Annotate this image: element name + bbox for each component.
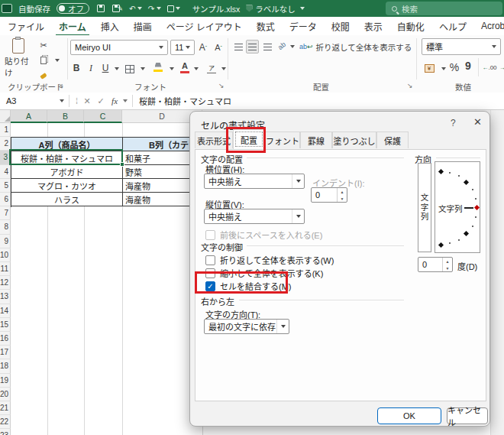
- row-header-7[interactable]: 7: [0, 206, 11, 220]
- fill-handle[interactable]: [120, 162, 124, 167]
- row-header-17[interactable]: 17: [0, 346, 11, 359]
- ribbon-tab-データ[interactable]: データ: [289, 20, 317, 33]
- row-header-16[interactable]: 16: [0, 332, 11, 346]
- cut-icon[interactable]: ✂: [37, 40, 50, 50]
- row-header-9[interactable]: 9: [0, 235, 11, 248]
- percent-style-button[interactable]: %: [447, 60, 461, 75]
- select-all-corner[interactable]: [0, 110, 11, 123]
- text-direction-select[interactable]: 最初の文字に依存: [204, 319, 289, 334]
- degrees-spinner[interactable]: 0▲▼: [418, 257, 453, 272]
- save-icon[interactable]: [95, 2, 106, 15]
- row-header-23[interactable]: 23: [0, 429, 11, 435]
- row-header-1[interactable]: 1: [0, 123, 11, 137]
- copy-icon[interactable]: [37, 55, 50, 66]
- excel-app-icon[interactable]: [2, 4, 12, 13]
- row-header-5[interactable]: 5: [0, 179, 11, 193]
- borders-button[interactable]: [124, 63, 136, 75]
- font-name-select[interactable]: Meiryo UI: [70, 40, 168, 55]
- column-header-B[interactable]: B: [47, 110, 84, 123]
- cell-A6-merged[interactable]: ハラス: [11, 193, 123, 206]
- ribbon-tab-ファイル[interactable]: ファイル: [8, 20, 44, 33]
- cell-A5-merged[interactable]: マグロ・カツオ: [11, 179, 123, 193]
- redo-icon[interactable]: ↷: [148, 2, 161, 15]
- cancel-entry-icon[interactable]: ✕: [80, 96, 94, 106]
- insert-function-icon[interactable]: fx: [108, 96, 121, 106]
- file-name[interactable]: サンプル.xlsx: [192, 3, 241, 15]
- dialog-close-icon[interactable]: ✕: [473, 116, 482, 128]
- search-box[interactable]: 検索: [386, 2, 502, 15]
- ribbon-tab-ページ レイアウト[interactable]: ページ レイアウト: [166, 20, 242, 33]
- formula-bar-dropdown-icon[interactable]: [123, 99, 128, 102]
- font-size-select[interactable]: 11: [170, 40, 195, 55]
- italic-button[interactable]: I: [86, 61, 96, 75]
- dialog-tab-罫線[interactable]: 罫線: [300, 131, 332, 148]
- vertical-text-box[interactable]: 文字列: [418, 163, 431, 252]
- ribbon-tab-Acrobat[interactable]: Acrobat: [481, 21, 504, 31]
- align-middle-button[interactable]: [246, 40, 259, 54]
- clipboard-dialog-launcher-icon[interactable]: ↘: [58, 82, 66, 89]
- spinner-buttons[interactable]: ▲▼: [337, 188, 347, 202]
- column-header-A[interactable]: A: [11, 110, 47, 123]
- increase-decimal-button[interactable]: ←.00: [483, 61, 496, 73]
- bold-button[interactable]: B: [70, 61, 82, 75]
- row-header-14[interactable]: 14: [0, 304, 11, 318]
- sensitivity-badge[interactable]: ラベルなし: [246, 2, 305, 15]
- dialog-tab-フォント[interactable]: フォント: [265, 131, 300, 148]
- undo-icon[interactable]: ↶: [129, 2, 142, 15]
- ribbon-tab-挿入[interactable]: 挿入: [101, 20, 119, 33]
- decrease-decimal-button[interactable]: →.0: [498, 61, 504, 73]
- ribbon-tab-数式[interactable]: 数式: [257, 20, 275, 33]
- column-header-C[interactable]: C: [84, 110, 122, 123]
- align-bottom-button[interactable]: [261, 41, 273, 52]
- row-header-20[interactable]: 20: [0, 388, 11, 401]
- row-header-11[interactable]: 11: [0, 262, 11, 276]
- grow-font-button[interactable]: Aˆ: [197, 41, 209, 54]
- phonetic-guide-button[interactable]: ア: [205, 61, 218, 75]
- ribbon-tab-ホーム[interactable]: ホーム: [59, 20, 86, 33]
- cancel-button[interactable]: キャンセル: [447, 407, 488, 424]
- spinner-buttons[interactable]: ▲▼: [442, 258, 452, 271]
- row-header-15[interactable]: 15: [0, 318, 11, 332]
- vertical-select[interactable]: 中央揃え: [204, 209, 305, 224]
- ribbon-tab-校閲[interactable]: 校閲: [331, 20, 350, 33]
- row-header-19[interactable]: 19: [0, 374, 11, 388]
- stamp-icon[interactable]: [167, 2, 180, 15]
- autosave-toggle[interactable]: オフ: [57, 3, 89, 14]
- underline-button[interactable]: U: [99, 61, 111, 75]
- font-dialog-launcher-icon[interactable]: ↘: [218, 82, 226, 89]
- orientation-gauge[interactable]: 文字列: [435, 161, 480, 253]
- wrap-text-button[interactable]: ab↩ 折り返して全体を表示する: [299, 40, 414, 54]
- dialog-tab-保護[interactable]: 保護: [376, 131, 409, 148]
- save-as-icon[interactable]: ✎: [112, 2, 123, 15]
- row-header-8[interactable]: 8: [0, 220, 11, 234]
- paste-button[interactable]: 貼り付け: [5, 38, 32, 83]
- formula-content[interactable]: 桜餅・柏餅・マシュマロ: [139, 95, 231, 107]
- row-header-12[interactable]: 12: [0, 276, 11, 290]
- currency-format-button[interactable]: ¥: [422, 61, 437, 75]
- ok-button[interactable]: OK: [377, 407, 441, 424]
- dialog-tab-塗りつぶし[interactable]: 塗りつぶし: [332, 131, 376, 148]
- dialog-help-icon[interactable]: ?: [451, 118, 456, 128]
- row-header-4[interactable]: 4: [0, 165, 11, 179]
- orientation-button[interactable]: ab: [273, 37, 289, 54]
- row-header-22[interactable]: 22: [0, 415, 11, 429]
- horizontal-select[interactable]: 中央揃え: [204, 174, 305, 189]
- cell-A4-merged[interactable]: アボガド: [11, 165, 123, 179]
- comma-style-button[interactable]: 9: [463, 58, 473, 73]
- ribbon-tab-自動化[interactable]: 自動化: [397, 20, 425, 33]
- number-format-select[interactable]: 標準: [422, 38, 501, 55]
- wrap-text-checkbox[interactable]: 折り返して全体を表示する(W): [205, 254, 334, 266]
- row-header-6[interactable]: 6: [0, 193, 11, 206]
- row-header-10[interactable]: 10: [0, 248, 11, 262]
- name-box-dropdown-icon[interactable]: [60, 99, 64, 102]
- enter-entry-icon[interactable]: ✓: [94, 96, 108, 106]
- ribbon-tab-ヘルプ[interactable]: ヘルプ: [439, 20, 467, 33]
- font-color-button[interactable]: A: [179, 60, 191, 75]
- row-header-18[interactable]: 18: [0, 359, 11, 373]
- name-box[interactable]: A3: [0, 93, 58, 109]
- row-header-13[interactable]: 13: [0, 290, 11, 304]
- alignment-dialog-launcher-icon[interactable]: ↘: [407, 82, 415, 89]
- ribbon-tab-描画[interactable]: 描画: [134, 20, 152, 33]
- indent-spinner[interactable]: 0▲▼: [311, 187, 347, 203]
- fill-color-button[interactable]: [151, 60, 165, 75]
